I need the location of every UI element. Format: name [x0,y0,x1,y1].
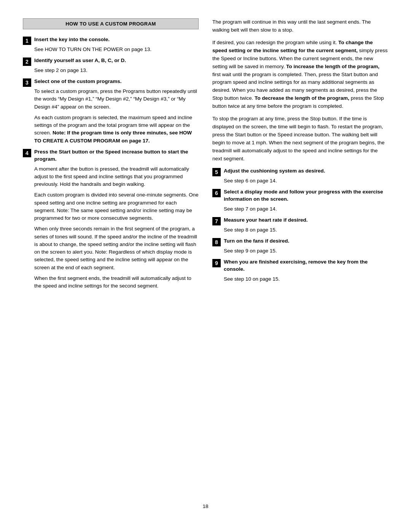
step-2: 2 Identify yourself as user A, B, C, or … [23,57,199,74]
step-1-number: 1 [23,37,31,45]
step-1-content: Insert the key into the console. See HOW… [34,36,199,53]
step-4: 4 Press the Start button or the Speed in… [23,149,199,290]
two-column-layout: HOW TO USE A CUSTOM PROGRAM 1 Insert the… [23,18,388,494]
step-1-para-1: See HOW TO TURN ON THE POWER on page 13. [34,46,199,53]
page: HOW TO USE A CUSTOM PROGRAM 1 Insert the… [0,0,411,532]
step-9-content: When you are finished exercising, remove… [224,259,388,283]
step-7-number: 7 [212,217,221,225]
step-3-body: To select a custom program, press the Pr… [34,88,199,145]
step-5-body: See step 6 on page 14. [224,177,388,185]
step-7-content: Measure your heart rate if desired. See … [224,217,388,234]
step-6-body: See step 7 on page 14. [224,205,388,213]
step-6-para-1: See step 7 on page 14. [224,205,388,213]
step-4-title: Press the Start button or the Speed incr… [34,149,199,163]
right-intro-para-3: To stop the program at any time, press t… [212,115,388,163]
step-8-title: Turn on the fans if desired. [224,238,388,245]
step-8-number: 8 [212,238,221,246]
step-6-number: 6 [212,189,221,197]
page-number: 18 [23,503,388,509]
step-2-body: See step 2 on page 13. [34,67,199,74]
step-7-para-1: See step 8 on page 15. [224,226,388,234]
step-3-para-2: As each custom program is selected, the … [34,114,199,145]
step-4-number: 4 [23,149,31,157]
step-5-number: 5 [212,168,221,176]
step-4-body: A moment after the button is pressed, th… [34,165,199,290]
step-3: 3 Select one of the custom programs. To … [23,78,199,145]
step-4-content: Press the Start button or the Speed incr… [34,149,199,290]
step-3-title: Select one of the custom programs. [34,78,199,85]
step-8-content: Turn on the fans if desired. See step 9 … [224,238,388,255]
step-2-title: Identify yourself as user A, B, C, or D. [34,57,199,64]
step-6-content: Select a display mode and follow your pr… [224,189,388,213]
right-intro-para-1: The program will continue in this way un… [212,18,388,34]
step-7: 7 Measure your heart rate if desired. Se… [212,217,388,234]
step-2-number: 2 [23,58,31,66]
step-8-body: See step 9 on page 15. [224,247,388,255]
step-1-title: Insert the key into the console. [34,36,199,43]
step-9-title: When you are finished exercising, remove… [224,259,388,273]
step-3-content: Select one of the custom programs. To se… [34,78,199,145]
step-5-para-1: See step 6 on page 14. [224,177,388,185]
step-9-body: See step 10 on page 15. [224,275,388,283]
step-5: 5 Adjust the cushioning system as desire… [212,168,388,185]
step-9-para-1: See step 10 on page 15. [224,275,388,283]
step-6: 6 Select a display mode and follow your … [212,189,388,213]
step-1-body: See HOW TO TURN ON THE POWER on page 13. [34,46,199,53]
step-2-content: Identify yourself as user A, B, C, or D.… [34,57,199,74]
step-6-title: Select a display mode and follow your pr… [224,189,388,203]
step-7-title: Measure your heart rate if desired. [224,217,388,224]
step-9: 9 When you are finished exercising, remo… [212,259,388,283]
step-4-para-3: When only three seconds remain in the fi… [34,225,199,272]
section-header: HOW TO USE A CUSTOM PROGRAM [23,18,199,29]
step-3-para-1: To select a custom program, press the Pr… [34,88,199,111]
right-intro-para-2: If desired, you can redesign the program… [212,39,388,110]
step-8: 8 Turn on the fans if desired. See step … [212,238,388,255]
step-5-content: Adjust the cushioning system as desired.… [224,168,388,185]
step-9-number: 9 [212,259,221,267]
step-8-para-1: See step 9 on page 15. [224,247,388,255]
step-7-body: See step 8 on page 15. [224,226,388,234]
step-4-para-4: When the first segment ends, the treadmi… [34,275,199,290]
step-4-para-2: Each custom program is divided into seve… [34,191,199,222]
step-1: 1 Insert the key into the console. See H… [23,36,199,53]
step-3-number: 3 [23,78,31,87]
left-column: HOW TO USE A CUSTOM PROGRAM 1 Insert the… [23,18,199,494]
step-4-para-1: A moment after the button is pressed, th… [34,165,199,189]
step-2-para-1: See step 2 on page 13. [34,67,199,74]
right-column: The program will continue in this way un… [212,18,388,494]
step-5-title: Adjust the cushioning system as desired. [224,168,388,175]
